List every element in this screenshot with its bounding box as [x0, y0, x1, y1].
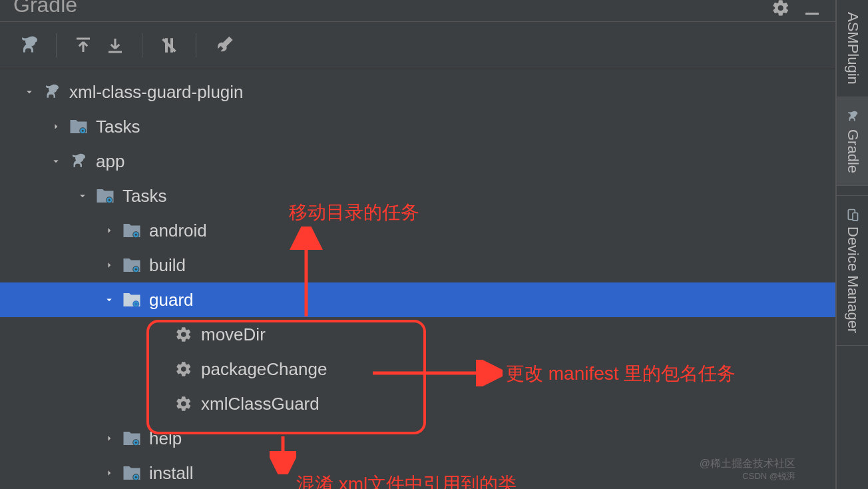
svg-point-14	[135, 303, 137, 305]
folder-gear-icon	[121, 462, 142, 484]
chevron-right-icon[interactable]	[101, 432, 117, 444]
chevron-down-icon[interactable]	[21, 86, 37, 98]
chevron-right-icon[interactable]	[101, 225, 117, 237]
tree-item-guard[interactable]: guard	[0, 282, 835, 317]
tree-task-movedir[interactable]: moveDir	[0, 317, 835, 352]
tree-item-help[interactable]: help	[0, 421, 835, 456]
tree-label: Tasks	[122, 186, 166, 207]
tree-item-build[interactable]: build	[0, 248, 835, 282]
toggle-offline-icon[interactable]	[153, 32, 185, 59]
toolbar	[0, 21, 835, 69]
gradle-tree: xml-class-guard-plugin Tasks app Tasks a…	[0, 69, 835, 489]
folder-gear-icon	[121, 289, 142, 310]
tree-label: android	[149, 221, 207, 241]
folder-gear-icon	[95, 185, 116, 207]
chevron-down-icon[interactable]	[48, 155, 64, 167]
gradle-icon	[844, 109, 861, 124]
side-tab-device-manager[interactable]: Device Manager	[837, 195, 868, 346]
gear-icon	[173, 358, 194, 380]
tree-label: help	[149, 428, 182, 449]
minimize-icon[interactable]	[802, 0, 822, 21]
panel-header: Gradle	[0, 0, 835, 20]
svg-point-11	[135, 268, 137, 270]
side-tab-bar: ASMPlugin Gradle Device Manager	[836, 0, 868, 489]
tree-label: install	[149, 463, 193, 484]
tree-task-packagechange[interactable]: packageChange	[0, 352, 835, 386]
tree-label: xml-class-guard-plugin	[69, 82, 244, 103]
folder-gear-icon	[68, 116, 89, 137]
chevron-right-icon[interactable]	[101, 467, 117, 479]
tree-label: xmlClassGuard	[201, 394, 320, 414]
tree-item-android[interactable]: android	[0, 213, 835, 248]
chevron-down-icon[interactable]	[101, 294, 117, 306]
side-tab-asmplugin[interactable]: ASMPlugin	[837, 0, 868, 97]
build-settings-icon[interactable]	[207, 32, 239, 59]
collapse-all-icon[interactable]	[99, 32, 131, 59]
svg-point-17	[135, 442, 137, 444]
tree-label: moveDir	[201, 324, 266, 345]
tree-task-xmlclassguard[interactable]: xmlClassGuard	[0, 386, 835, 421]
svg-rect-25	[853, 213, 858, 221]
tree-root[interactable]: xml-class-guard-plugin	[0, 75, 835, 109]
gradle-refresh-icon[interactable]	[13, 32, 45, 59]
watermark: @稀土掘金技术社区 CSDN @锐湃	[700, 457, 795, 482]
svg-point-8	[135, 234, 137, 236]
tree-label: packageChange	[201, 359, 327, 380]
gear-icon	[173, 393, 194, 414]
device-icon	[844, 208, 861, 221]
chevron-right-icon[interactable]	[101, 259, 117, 271]
svg-point-20	[135, 476, 137, 478]
settings-icon[interactable]	[771, 0, 790, 21]
side-tab-gradle[interactable]: Gradle	[837, 97, 868, 186]
tree-item-tasks[interactable]: Tasks	[0, 109, 835, 144]
folder-gear-icon	[121, 220, 142, 241]
tree-item-app[interactable]: app	[0, 144, 835, 179]
gear-icon	[173, 324, 194, 345]
svg-point-2	[82, 130, 84, 132]
panel-title: Gradle	[13, 0, 77, 17]
chevron-down-icon[interactable]	[75, 190, 91, 202]
gradle-icon	[41, 81, 63, 103]
tree-label: guard	[149, 290, 194, 310]
tree-item-tasks-app[interactable]: Tasks	[0, 179, 835, 213]
gradle-icon	[68, 151, 89, 172]
tree-label: build	[149, 255, 186, 276]
tree-label: Tasks	[96, 117, 140, 137]
svg-point-5	[108, 199, 110, 201]
expand-all-icon[interactable]	[67, 32, 99, 59]
folder-gear-icon	[121, 428, 142, 449]
folder-gear-icon	[121, 254, 142, 276]
chevron-right-icon[interactable]	[48, 121, 64, 133]
tree-label: app	[96, 151, 124, 172]
